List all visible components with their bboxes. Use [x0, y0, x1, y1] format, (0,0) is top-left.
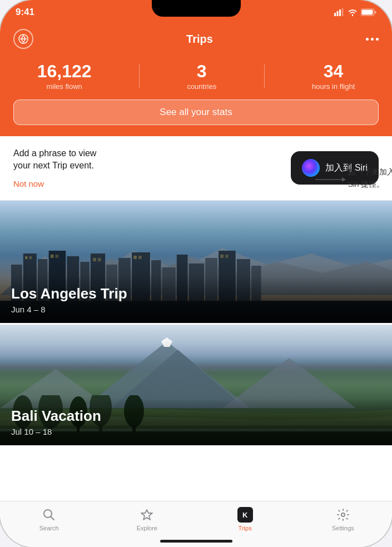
- svg-rect-6: [375, 11, 376, 14]
- not-now-button[interactable]: Not now: [13, 179, 44, 188]
- more-button[interactable]: [366, 38, 379, 41]
- app-logo-icon[interactable]: [13, 29, 33, 49]
- notch: [152, 0, 241, 17]
- status-icons: [334, 8, 376, 16]
- annotation-arrow-icon: [315, 174, 346, 185]
- trip-card-la[interactable]: Los Angeles Trip Jun 4 – 8: [0, 201, 392, 323]
- hours-value: 34: [312, 62, 355, 80]
- settings-icon-svg: [336, 508, 350, 521]
- hours-label: hours in flight: [312, 82, 355, 91]
- tab-search[interactable]: Search: [0, 507, 98, 531]
- la-trip-info: Los Angeles Trip Jun 4 – 8: [0, 276, 392, 323]
- bali-trip-dates: Jul 10 – 18: [11, 427, 381, 436]
- phone-frame: 9:41: [0, 0, 392, 547]
- settings-tab-icon: [335, 507, 351, 523]
- annotation-text: 點一下來加入Siri 捷徑。: [348, 164, 392, 190]
- bali-background: Bali Vacation Jul 10 – 18: [0, 325, 392, 445]
- trips-badge: K: [237, 507, 253, 523]
- svg-rect-0: [334, 13, 336, 16]
- svg-line-58: [51, 517, 54, 520]
- stat-hours: 34 hours in flight: [312, 62, 355, 91]
- stat-miles: 16,122 miles flown: [37, 62, 92, 91]
- svg-rect-1: [337, 11, 339, 16]
- tab-explore[interactable]: Explore: [98, 507, 196, 531]
- svg-marker-59: [141, 510, 152, 520]
- bali-trip-info: Bali Vacation Jul 10 – 18: [0, 399, 392, 445]
- miles-label: miles flown: [37, 82, 92, 91]
- stat-divider-1: [139, 64, 140, 88]
- miles-value: 16,122: [37, 62, 92, 80]
- svg-point-60: [341, 513, 345, 516]
- svg-rect-5: [362, 10, 373, 15]
- la-trip-dates: Jun 4 – 8: [11, 305, 381, 314]
- tab-trips[interactable]: K Trips: [196, 507, 294, 531]
- see-all-stats-button[interactable]: See all your stats: [13, 100, 379, 125]
- bali-trip-name: Bali Vacation: [11, 407, 381, 425]
- explore-tab-icon: [139, 507, 155, 523]
- annotation: 點一下來加入Siri 捷徑。: [315, 164, 392, 190]
- search-tab-label: Search: [39, 525, 59, 531]
- trips-tab-label: Trips: [239, 525, 252, 531]
- svg-marker-10: [342, 177, 346, 182]
- stats-section: 16,122 miles flown 3 countries 34 hours …: [0, 58, 392, 136]
- countries-value: 3: [187, 62, 216, 80]
- stat-countries: 3 countries: [187, 62, 216, 91]
- settings-tab-label: Settings: [332, 525, 354, 531]
- countries-label: countries: [187, 82, 216, 91]
- signal-icon: [334, 8, 344, 16]
- more-dot-2: [371, 38, 374, 41]
- trips-container: Los Angeles Trip Jun 4 – 8: [0, 201, 392, 445]
- svg-rect-2: [339, 9, 341, 16]
- explore-icon-svg: [140, 508, 153, 521]
- more-dot-3: [376, 38, 379, 41]
- search-tab-icon: [41, 507, 57, 523]
- battery-icon: [361, 8, 376, 16]
- logo-svg: [18, 33, 29, 44]
- app-title: Trips: [186, 33, 213, 46]
- trips-tab-icon: K: [237, 507, 253, 523]
- la-trip-name: Los Angeles Trip: [11, 285, 381, 302]
- svg-rect-3: [342, 8, 344, 16]
- app-header: Trips: [0, 24, 392, 58]
- siri-text-block: Add a phrase to viewyour next Trip event…: [13, 147, 291, 189]
- explore-tab-label: Explore: [137, 525, 157, 531]
- siri-description: Add a phrase to viewyour next Trip event…: [13, 147, 291, 172]
- status-time: 9:41: [16, 7, 34, 18]
- home-indicator: [160, 540, 232, 543]
- search-icon-svg: [42, 508, 56, 521]
- trip-card-bali[interactable]: Bali Vacation Jul 10 – 18: [0, 323, 392, 445]
- wifi-icon: [348, 8, 358, 16]
- la-background: Los Angeles Trip Jun 4 – 8: [0, 201, 392, 323]
- stat-divider-2: [264, 64, 265, 88]
- tab-settings[interactable]: Settings: [294, 507, 392, 531]
- stats-row: 16,122 miles flown 3 countries 34 hours …: [13, 62, 379, 91]
- more-dot-1: [366, 38, 369, 41]
